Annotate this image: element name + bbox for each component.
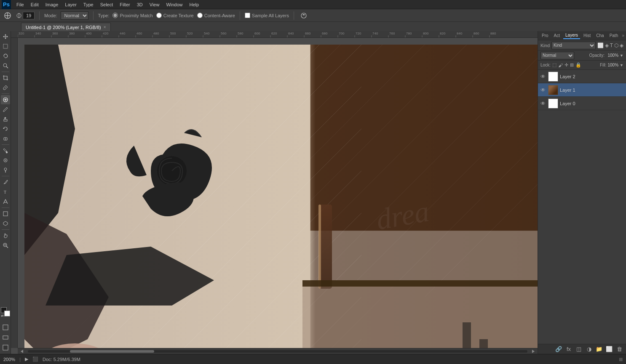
scroll-thumb[interactable] — [70, 350, 154, 353]
create-texture-radio[interactable] — [156, 13, 162, 18]
menu-layer[interactable]: Layer — [62, 1, 80, 8]
svg-text:110: 110 — [11, 158, 11, 164]
marquee-tool[interactable] — [1, 42, 10, 51]
layer-item-layer2[interactable]: 👁 Layer 2 — [538, 70, 626, 83]
pen-tool[interactable] — [1, 178, 10, 187]
scroll-left-button[interactable] — [18, 349, 26, 353]
tab-close-button[interactable]: × — [104, 25, 106, 29]
canvas-viewport[interactable]: drea — [24, 45, 538, 354]
scroll-right-button[interactable] — [529, 349, 538, 353]
brush-tool[interactable] — [1, 105, 10, 114]
lock-all-icon[interactable]: 🔒 — [575, 62, 581, 68]
layer2-visibility-icon[interactable]: 👁 — [540, 74, 546, 80]
document-tab[interactable]: Untitled-1 @ 200% (Layer 1, RGB/8) × — [21, 23, 111, 31]
panel-collapse-button[interactable]: » — [622, 33, 624, 38]
menu-window[interactable]: Window — [163, 1, 185, 8]
lock-position-icon[interactable]: ✛ — [564, 62, 568, 68]
filter-pixel-icon[interactable]: ⬜ — [597, 43, 604, 48]
layers-filter-select[interactable]: Kind — [551, 42, 596, 49]
menu-image[interactable]: Image — [43, 1, 62, 8]
status-progress-play[interactable]: ▶ — [25, 356, 28, 362]
svg-rect-25 — [3, 212, 8, 216]
sample-all-layers-label: Sample All Layers — [252, 13, 289, 18]
filter-shape-icon[interactable]: ⬡ — [614, 43, 618, 48]
fill-arrow[interactable]: ▼ — [620, 63, 623, 67]
screen-mode-button-2[interactable] — [1, 333, 10, 342]
path-selection-tool[interactable] — [1, 197, 10, 206]
lock-artboard-icon[interactable]: ⊞ — [570, 62, 574, 68]
opacity-arrow[interactable]: ▼ — [620, 53, 623, 58]
filter-smart-icon[interactable]: ◈ — [620, 43, 623, 48]
screen-mode-button-3[interactable] — [1, 343, 10, 352]
quick-select-tool[interactable] — [1, 61, 10, 70]
panel-tab-act[interactable]: Act — [552, 32, 562, 39]
menu-help[interactable]: Help — [187, 1, 202, 8]
menu-3d[interactable]: 3D — [134, 1, 146, 8]
opacity-value[interactable]: 100% — [606, 53, 618, 58]
filter-type-icon[interactable]: T — [610, 43, 613, 48]
content-aware-radio-group[interactable]: Content-Aware — [197, 13, 235, 18]
opacity-label: Opacity: — [589, 53, 605, 58]
sample-all-layers-checkbox[interactable] — [245, 13, 250, 18]
layer-item-layer1[interactable]: 👁 Layer 1 — [538, 83, 626, 97]
layer1-visibility-icon[interactable]: 👁 — [540, 87, 546, 93]
menu-type[interactable]: Type — [80, 1, 96, 8]
fill-value[interactable]: 100% — [608, 63, 619, 67]
layer0-visibility-icon[interactable]: 👁 — [540, 101, 546, 106]
crop-tool[interactable] — [1, 73, 10, 82]
layers-adjustment-icon[interactable]: ◑ — [585, 345, 593, 353]
panel-tab-cha[interactable]: Cha — [594, 32, 606, 39]
layers-link-icon[interactable]: 🔗 — [554, 345, 563, 353]
canvas-image: drea — [24, 45, 538, 354]
mode-select[interactable]: Normal — [61, 11, 88, 20]
panel-tab-pro[interactable]: Pro — [540, 32, 551, 39]
menu-view[interactable]: View — [147, 1, 163, 8]
proximity-match-radio[interactable] — [112, 13, 118, 18]
hand-tool[interactable] — [1, 231, 10, 240]
brush-size-control[interactable]: 19 — [16, 12, 35, 19]
3d-tool[interactable] — [1, 219, 10, 228]
layers-mask-icon[interactable]: ◫ — [575, 345, 583, 353]
blur-tool[interactable] — [1, 156, 10, 165]
layers-fx-icon[interactable]: fx — [564, 345, 573, 353]
menu-filter[interactable]: Filter — [117, 1, 133, 8]
screen-mode-button[interactable] — [1, 323, 10, 332]
blend-mode-select[interactable]: Normal — [540, 52, 574, 59]
background-color[interactable] — [4, 311, 10, 316]
zoom-tool[interactable] — [1, 241, 10, 250]
eraser-tool[interactable] — [1, 134, 10, 143]
heal-settings-icon[interactable] — [299, 11, 309, 21]
layers-new-layer-icon[interactable]: ⬜ — [605, 345, 613, 353]
paint-bucket-tool[interactable] — [1, 146, 10, 155]
panel-tab-layers[interactable]: Layers — [563, 32, 580, 39]
history-brush-tool[interactable] — [1, 124, 10, 133]
horizontal-scrollbar[interactable] — [18, 348, 538, 354]
eyedropper-tool[interactable] — [1, 83, 10, 92]
layers-folder-icon[interactable]: 📁 — [595, 345, 603, 353]
brush-size-input[interactable]: 19 — [23, 12, 35, 19]
swap-colors[interactable]: ⇄ — [1, 314, 4, 318]
menu-file[interactable]: File — [13, 1, 27, 8]
lasso-tool[interactable] — [1, 51, 10, 61]
svg-text:-10: -10 — [11, 58, 11, 63]
menu-select[interactable]: Select — [97, 1, 116, 8]
lock-transparent-icon[interactable]: ⬚ — [552, 62, 556, 68]
shape-tool[interactable] — [1, 209, 10, 218]
sample-all-layers-group[interactable]: Sample All Layers — [245, 13, 289, 18]
move-tool[interactable] — [1, 32, 10, 41]
dodge-tool[interactable] — [1, 165, 10, 175]
panel-tab-hist[interactable]: Hist — [581, 32, 593, 39]
filter-adjust-icon[interactable]: ◈ — [605, 43, 609, 48]
panel-tab-path[interactable]: Path — [607, 32, 621, 39]
content-aware-radio[interactable] — [197, 13, 203, 18]
proximity-match-radio-group[interactable]: Proximity Match — [112, 13, 152, 18]
layers-delete-icon[interactable]: 🗑 — [615, 345, 623, 353]
clone-stamp-tool[interactable] — [1, 114, 10, 124]
status-progress-stop[interactable]: ⬛ — [32, 356, 38, 362]
lock-image-icon[interactable]: 🖌 — [558, 63, 563, 68]
healing-brush-tool[interactable] — [1, 95, 10, 104]
menu-edit[interactable]: Edit — [28, 1, 42, 8]
text-tool[interactable]: T — [1, 187, 10, 197]
create-texture-radio-group[interactable]: Create Texture — [156, 13, 194, 18]
layer-item-layer0[interactable]: 👁 Layer 0 — [538, 97, 626, 110]
